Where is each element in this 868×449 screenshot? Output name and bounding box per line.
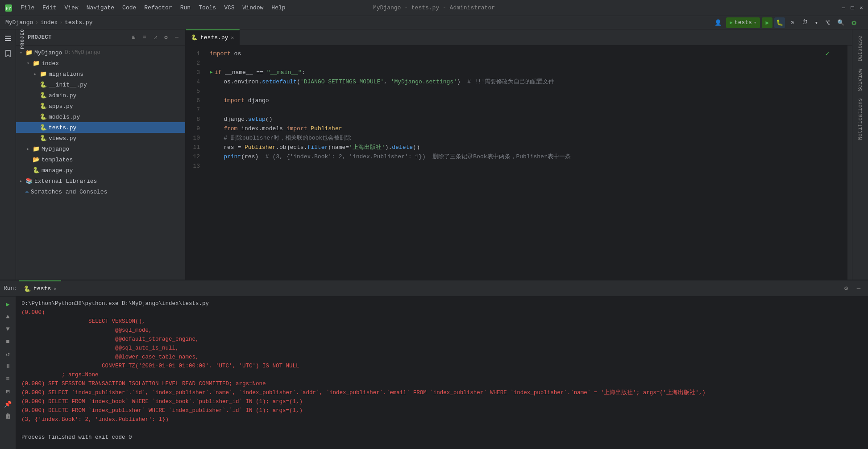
terminal-output: D:\Python\Python38\python.exe D:\MyDjang… [16,297,868,449]
menu-window[interactable]: Window [239,3,267,13]
project-icon-button[interactable] [2,32,14,45]
minimize-button[interactable]: — [840,5,847,11]
bottom-content-wrapper: ▶ ▲ ▼ ■ ↺ ⏸ ≡ ⊞ 📌 🗑 D:\Python\Python38\p… [0,297,868,449]
bottom-close-btn[interactable]: — [853,283,864,294]
sidebar-filter-btn[interactable]: ⊿ [150,33,160,42]
pause-btn[interactable]: ⏸ [2,361,14,372]
tree-manage-py[interactable]: ▸ 🐍 manage.py [16,165,185,176]
breadcrumb-sep-2: › [59,19,63,26]
close-button[interactable]: ✕ [858,5,864,11]
output-line-11: (0.000) SELECT `index_publisher`.`id`, `… [21,388,863,397]
tab-tests-py[interactable]: 🐍 tests.py ✕ [186,29,240,45]
close-run-tab[interactable]: ✕ [54,286,57,292]
tree-migrations[interactable]: ▸ 📁 migrations [16,69,185,79]
tree-external-libs[interactable]: ▸ 📚 External Libraries [16,176,185,186]
menu-tools[interactable]: Tools [195,3,220,13]
tree-mydjango-inner[interactable]: ▸ 📁 MyDjango [16,144,185,154]
output-line-9: ; args=None [21,371,863,379]
sidebar-collapse-btn[interactable]: — [172,33,182,42]
breadcrumb-mydjango[interactable]: MyDjango [5,19,33,26]
tree-project-root[interactable]: ▾ 📁 MyDjango D:\MyDjango [16,47,185,58]
sciview-panel-btn[interactable]: SciView [856,65,865,95]
profile-button[interactable]: ⏱ [799,17,810,28]
rerun-btn[interactable]: ↺ [2,348,14,360]
sidebar-settings-btn[interactable]: ⚙ [161,33,171,42]
dump-threads-btn[interactable]: ≡ [2,373,14,385]
menu-help[interactable]: Help [268,3,289,13]
bottom-panel: Run: 🐍 tests ✕ ⚙ — ▶ ▲ ▼ ■ ↺ ⏸ ≡ ⊞ 📌 🗑 D… [0,280,868,449]
tree-index-folder[interactable]: ▾ 📁 index [16,58,185,69]
debug-button[interactable]: 🐛 [774,17,785,28]
bottom-tab-bar: Run: 🐍 tests ✕ ⚙ — [0,280,868,297]
menu-code[interactable]: Code [119,3,140,13]
right-panel: Database SciView Notifications [852,29,868,280]
output-line-15 [21,424,863,433]
output-line-5: @@default_storage_engine, [21,335,863,344]
run-config-button[interactable]: ▶ tests ▾ [726,17,760,28]
line-num-13: 13 [186,161,204,171]
sidebar-title-vertical: Project [20,29,25,49]
bookmark-icon-button[interactable] [2,47,14,60]
run-with-coverage-button[interactable]: ⊙ [787,17,797,28]
bottom-panel-right-btns: ⚙ — [840,283,864,294]
vcs-actions-button[interactable]: ⌥ [822,17,833,28]
menu-navigate[interactable]: Navigate [83,3,118,13]
code-content[interactable]: import os ▶ if __name__ == "__main__": o… [208,45,847,280]
tree-models-py[interactable]: ▸ 🐍 models.py [16,111,185,122]
line-num-9: 9 [186,124,204,133]
sidebar: Project Project ⊞ ≡ ⊿ ⚙ — ▾ 📁 MyDjango D… [16,29,186,280]
scroll-down-btn[interactable]: ▼ [2,323,14,335]
code-line-6: import django [208,96,847,105]
more-actions-button[interactable]: ▾ [812,17,821,28]
line-num-6: 6 [186,96,204,105]
run-button[interactable]: ▶ [762,17,772,28]
menu-file[interactable]: File [17,3,38,13]
window-controls: — □ ✕ [840,5,864,11]
notifications-panel-btn[interactable]: Notifications [856,95,865,144]
line-num-3: 3 [186,68,204,77]
bottom-settings-btn[interactable]: ⚙ [840,283,852,294]
settings-button[interactable]: ⚙ [849,17,859,28]
output-line-2: (0.000) [21,308,863,317]
sidebar-layout-btn[interactable]: ⊞ [129,33,139,42]
menu-edit[interactable]: Edit [39,3,60,13]
code-line-9: from index.models import Publisher [208,124,847,133]
run-label: Run: [4,285,17,292]
tree-admin-py[interactable]: ▸ 🐍 admin.py [16,90,185,101]
database-panel-btn[interactable]: Database [856,32,865,65]
menu-vcs[interactable]: VCS [220,3,238,13]
output-line-4: @@sql_mode, [21,326,863,335]
tree-init-py[interactable]: ▸ 🐍 __init__.py [16,79,185,90]
stop-btn[interactable]: ■ [2,336,14,347]
search-everywhere-button[interactable]: 🔍 [835,17,847,28]
maximize-button[interactable]: □ [849,5,856,11]
close-tab-tests-py[interactable]: ✕ [231,35,234,41]
output-line-3: SELECT VERSION(), [21,317,863,326]
sidebar-header: Project Project ⊞ ≡ ⊿ ⚙ — [16,29,185,45]
settings2-btn[interactable]: ⊞ [2,386,14,397]
tree-tests-py[interactable]: ▸ 🐍 tests.py [16,122,185,133]
editor-scrollbar[interactable] [847,45,852,280]
breadcrumb-index[interactable]: index [40,19,58,26]
menu-refactor[interactable]: Refactor [141,3,175,13]
output-line-7: @@lower_case_table_names, [21,353,863,362]
menu-view[interactable]: View [61,3,82,13]
trash-btn[interactable]: 🗑 [2,411,14,422]
run-line-btn[interactable]: ▶ [210,68,213,77]
main-area: Project Project ⊞ ≡ ⊿ ⚙ — ▾ 📁 MyDjango D… [0,29,868,280]
svg-text:PY: PY [6,6,11,11]
user-icon-button[interactable]: 👤 [712,17,724,28]
run-again-btn[interactable]: ▶ [2,298,14,310]
code-line-4: os.environ.setdefault('DJANGO_SETTINGS_M… [208,77,847,87]
tree-apps-py[interactable]: ▸ 🐍 apps.py [16,101,185,111]
breadcrumb-tests[interactable]: tests.py [65,19,92,26]
scroll-up-btn[interactable]: ▲ [2,311,14,322]
sidebar-sort-btn[interactable]: ≡ [140,33,150,42]
tree-templates[interactable]: ▸ 📂 templates [16,154,185,165]
breadcrumb-sep-1: › [35,19,38,26]
bottom-tab-run[interactable]: 🐍 tests ✕ [19,280,61,297]
menu-run[interactable]: Run [177,3,194,13]
tree-scratches[interactable]: ▸ ✏ Scratches and Consoles [16,186,185,197]
pin-btn[interactable]: 📌 [2,398,14,410]
tree-views-py[interactable]: ▸ 🐍 views.py [16,133,185,144]
